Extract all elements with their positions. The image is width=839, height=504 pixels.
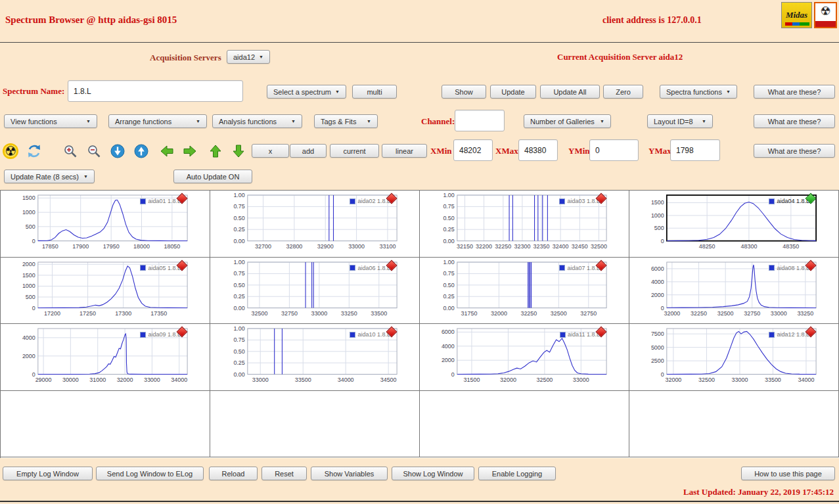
ymin-input[interactable]: [589, 139, 639, 161]
svg-text:33000: 33000: [144, 377, 160, 383]
number-of-galleries-dropdown[interactable]: Number of Galleries ▼: [524, 114, 611, 128]
update-rate-dropdown[interactable]: Update Rate (8 secs) ▼: [4, 170, 95, 183]
spectrum-panel-aida09[interactable]: 290003000031000320003300034000020004000 …: [1, 324, 210, 391]
svg-text:32750: 32750: [744, 309, 760, 316]
layout-id-dropdown[interactable]: Layout ID=8 ▼: [647, 114, 713, 128]
svg-text:0: 0: [661, 371, 664, 378]
svg-text:48250: 48250: [699, 243, 715, 250]
zoom-in-icon[interactable]: [62, 143, 78, 159]
reload-button[interactable]: Reload: [209, 467, 258, 480]
tags-fits-dropdown[interactable]: Tags & Fits ▼: [314, 114, 378, 128]
spectrum-panel-aida01[interactable]: 1785017900179501800018050050010001500 ai…: [1, 191, 210, 258]
x-button[interactable]: x: [252, 144, 289, 158]
svg-text:17850: 17850: [42, 243, 58, 250]
scroll-down-icon[interactable]: [110, 143, 125, 159]
empty-log-window-button[interactable]: Empty Log Window: [3, 467, 93, 480]
radiation-icon[interactable]: ☢: [3, 143, 18, 159]
svg-text:18050: 18050: [164, 243, 180, 250]
refresh-icon[interactable]: [26, 143, 42, 159]
update-button[interactable]: Update: [490, 85, 536, 99]
arrow-down-icon[interactable]: [231, 143, 246, 159]
svg-text:32000: 32000: [500, 377, 516, 383]
svg-text:0.75: 0.75: [443, 270, 454, 277]
xmax-input[interactable]: [518, 139, 558, 161]
svg-text:31750: 31750: [461, 309, 477, 316]
svg-text:34000: 34000: [171, 377, 187, 383]
spectrum-panel-aida02[interactable]: 32700328003290033000331000.000.250.500.7…: [210, 191, 420, 258]
radiation-logo[interactable]: ☢: [814, 2, 837, 28]
svg-text:32300: 32300: [514, 243, 530, 250]
spectrum-panel-aida06[interactable]: 32500327503300033250335000.000.250.500.7…: [210, 258, 420, 325]
arrange-functions-dropdown[interactable]: Arrange functions ▼: [108, 114, 207, 128]
what-are-these-button-3[interactable]: What are these?: [754, 144, 835, 158]
view-functions-dropdown[interactable]: View functions ▼: [4, 114, 97, 128]
spectrum-panel-aida10[interactable]: 330003350034000345000.000.250.500.751.00…: [210, 324, 420, 391]
show-button[interactable]: Show: [442, 85, 486, 99]
svg-text:0.50: 0.50: [233, 348, 244, 355]
svg-text:4000: 4000: [651, 278, 664, 285]
update-all-button[interactable]: Update All: [540, 85, 600, 99]
acquisition-server-select[interactable]: aida12 ▼: [227, 50, 270, 64]
svg-text:34000: 34000: [338, 377, 354, 383]
show-log-window-label: Show Log Window: [403, 470, 463, 478]
spectrum-panel-aida12[interactable]: 32000325003300033500340000250050007500 a…: [629, 324, 839, 391]
svg-text:33000: 33000: [311, 309, 327, 316]
spectrum-panel-aida03[interactable]: 3215032200322503230032350324003245032500…: [420, 191, 629, 258]
add-button[interactable]: add: [290, 144, 327, 158]
scroll-up-icon[interactable]: [133, 143, 149, 159]
empty-log-window-label: Empty Log Window: [16, 470, 79, 478]
what-are-these-button-1[interactable]: What are these?: [754, 85, 835, 99]
reset-button[interactable]: Reset: [261, 467, 307, 480]
svg-text:32000: 32000: [664, 309, 680, 316]
linear-button[interactable]: linear: [382, 144, 427, 158]
xmin-input[interactable]: [453, 139, 493, 161]
svg-text:32350: 32350: [533, 243, 550, 250]
spectrum-panel-aida08[interactable]: 3200032250325003275033000332500200040006…: [629, 258, 839, 325]
zoom-out-icon[interactable]: [86, 143, 102, 159]
send-log-window-button[interactable]: Send Log Window to ELog: [96, 467, 204, 480]
midas-logo[interactable]: Midas: [781, 2, 812, 28]
arrow-right-icon[interactable]: [182, 143, 198, 159]
svg-text:1500: 1500: [22, 195, 35, 201]
svg-text:33000: 33000: [771, 309, 787, 316]
svg-text:32500: 32500: [536, 377, 553, 383]
spectra-functions-dropdown[interactable]: Spectra functions ▼: [660, 85, 737, 99]
last-updated-label: Last Updated: January 22, 2019 17:45:12: [683, 487, 834, 497]
current-button[interactable]: current: [330, 144, 379, 158]
number-of-galleries-label: Number of Galleries: [530, 118, 595, 126]
analysis-functions-dropdown[interactable]: Analysis functions ▼: [212, 114, 302, 128]
select-spectrum-dropdown[interactable]: Select a spectrum ▼: [267, 85, 346, 99]
add-button-label: add: [302, 147, 314, 155]
spectrum-panel-aida11[interactable]: 315003200032500330000200040006000 aida11…: [420, 324, 629, 391]
svg-text:0.50: 0.50: [443, 281, 454, 288]
multi-button[interactable]: multi: [352, 85, 397, 99]
svg-text:32750: 32750: [580, 309, 597, 316]
tags-fits-label: Tags & Fits: [321, 118, 356, 126]
svg-text:17200: 17200: [44, 309, 60, 316]
spectrum-panel-aida04[interactable]: 482504830048350050010001500 aida04 1.8.L: [629, 191, 839, 258]
spectrum-name-input[interactable]: [68, 80, 243, 102]
svg-text:0.50: 0.50: [233, 215, 244, 221]
svg-text:32000: 32000: [491, 309, 507, 316]
gallery-cell-empty: [420, 391, 629, 458]
channel-input[interactable]: [455, 110, 505, 131]
show-variables-button[interactable]: Show Variables: [311, 467, 388, 480]
auto-update-button[interactable]: Auto Update ON: [173, 170, 252, 183]
chevron-down-icon: ▼: [367, 119, 371, 124]
arrow-up-icon[interactable]: [208, 143, 223, 159]
show-log-window-button[interactable]: Show Log Window: [392, 467, 474, 480]
arrow-left-icon[interactable]: [159, 143, 175, 159]
spectrum-panel-aida07[interactable]: 31750320003225032500327500.000.250.500.7…: [420, 258, 629, 325]
svg-text:2000: 2000: [22, 353, 35, 359]
what-are-these-button-2[interactable]: What are these?: [754, 114, 835, 128]
spectrum-panel-aida05[interactable]: 172001725017300173500500100015002000 aid…: [1, 258, 210, 325]
svg-text:0.25: 0.25: [233, 293, 244, 300]
svg-text:33000: 33000: [252, 377, 269, 383]
ymin-label: YMin: [568, 146, 590, 156]
zero-button[interactable]: Zero: [603, 85, 643, 99]
how-to-use-button[interactable]: How to use this page: [741, 467, 835, 480]
svg-text:500: 500: [26, 223, 35, 230]
ymax-input[interactable]: [670, 139, 720, 161]
svg-text:32750: 32750: [281, 309, 298, 316]
enable-logging-button[interactable]: Enable Logging: [478, 467, 556, 480]
